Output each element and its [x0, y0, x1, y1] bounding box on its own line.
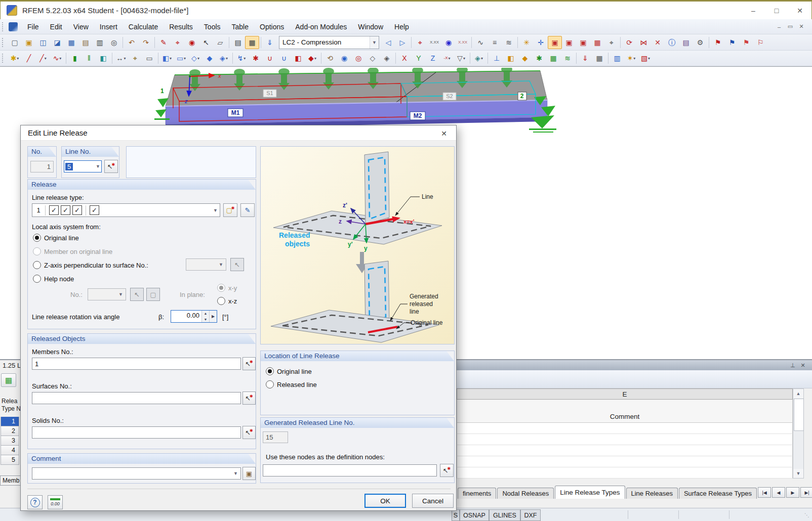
- show-tables-icon[interactable]: ▦: [592, 52, 606, 65]
- status-toggle-glines[interactable]: GLINES: [489, 509, 520, 521]
- mirror-icon[interactable]: ⋈: [636, 36, 651, 49]
- grid-settings-icon[interactable]: ▦: [590, 36, 604, 49]
- result-flag-icon[interactable]: ⚑: [739, 36, 753, 49]
- grid-icon[interactable]: ✛: [534, 36, 548, 49]
- save-icon[interactable]: ▦: [64, 36, 78, 49]
- release-type-row[interactable]: 1: [1, 417, 19, 426]
- menu-insert[interactable]: Insert: [94, 21, 123, 33]
- tab-line-release-types[interactable]: Line Release Types: [555, 486, 625, 499]
- tab-nav-button-3[interactable]: ▶|: [800, 487, 812, 498]
- release-type-row[interactable]: 5: [1, 455, 19, 465]
- panel-toggle-icon[interactable]: ▥: [610, 52, 624, 65]
- result-flag-outline-icon[interactable]: ⚐: [753, 36, 767, 49]
- view-in-z-icon[interactable]: Z: [426, 52, 440, 65]
- members-table-tab[interactable]: Memb: [0, 475, 20, 486]
- menu-calculate[interactable]: Calculate: [123, 21, 164, 33]
- save-model-as-icon[interactable]: ◪: [50, 36, 64, 49]
- spin-up-icon[interactable]: ▲: [202, 311, 209, 317]
- chevron-down-icon[interactable]: ▼: [370, 36, 379, 49]
- definition-nodes-input[interactable]: [263, 464, 437, 476]
- perspective-view-icon[interactable]: ◈: [380, 52, 394, 65]
- insert-surface-icon[interactable]: ◧: [96, 52, 110, 65]
- status-toggle-dxf[interactable]: DXF: [520, 509, 541, 521]
- menu-edit[interactable]: Edit: [45, 21, 68, 33]
- release-type-row[interactable]: 4: [1, 446, 19, 455]
- pan-view-icon[interactable]: ⟲: [323, 52, 337, 65]
- surface-colors-icon[interactable]: ◧: [504, 52, 518, 65]
- previous-load-case-icon[interactable]: ◁: [381, 36, 395, 49]
- show-nodes-icon[interactable]: ✱: [532, 52, 546, 65]
- table-filter-icon[interactable]: ▦: [1, 373, 16, 387]
- table-row[interactable]: [457, 445, 793, 456]
- table-scrollbar[interactable]: ▲ ▼: [793, 388, 804, 479]
- open-project-icon[interactable]: ◫: [36, 36, 50, 49]
- solid-release-icon[interactable]: ◆▾: [305, 52, 319, 65]
- column-title-header[interactable]: Comment: [457, 400, 793, 423]
- workplane-select-icon[interactable]: ⌖: [604, 36, 619, 49]
- column-letter-header[interactable]: E: [457, 388, 793, 400]
- show-loads-icon[interactable]: ⇓: [578, 52, 592, 65]
- chevron-down-icon[interactable]: ▼: [213, 208, 218, 213]
- table-row[interactable]: [457, 467, 793, 479]
- close-icon[interactable]: ✕: [788, 3, 811, 19]
- radio-z-axis-perpendicular[interactable]: Z-axis perpendicular to surface No.:: [33, 261, 148, 269]
- status-toggle-osnap[interactable]: OSNAP: [460, 509, 489, 521]
- cancel-button[interactable]: Cancel: [412, 494, 454, 508]
- regenerate-loads-icon[interactable]: ⇓: [263, 36, 277, 49]
- show-supports-icon[interactable]: ⊥: [490, 52, 504, 65]
- visibility-modes-icon[interactable]: ◈▾: [472, 52, 486, 65]
- radio-help-node[interactable]: Help node: [33, 275, 74, 283]
- surfaces-no-input[interactable]: [32, 392, 241, 404]
- copy-graphic-icon[interactable]: ▱: [213, 36, 227, 49]
- mdi-minimize-icon[interactable]: –: [774, 22, 785, 31]
- mdi-restore-icon[interactable]: ▭: [785, 22, 796, 31]
- next-load-case-icon[interactable]: ▷: [395, 36, 410, 49]
- member-numbering-icon[interactable]: ≡: [488, 36, 502, 49]
- print-preview-icon[interactable]: ◎: [107, 36, 121, 49]
- workplane-yz-icon[interactable]: ▣: [576, 36, 590, 49]
- units-button[interactable]: 0.00: [48, 495, 63, 509]
- line-no-combobox[interactable]: 5 ▼: [64, 160, 102, 172]
- table-layout-icon[interactable]: ▦: [245, 36, 259, 49]
- solids-pick-button[interactable]: ↖✱: [242, 426, 256, 439]
- mesh-points-icon[interactable]: ≋: [560, 52, 575, 65]
- zoom-node-icon[interactable]: ⌖: [413, 36, 427, 49]
- tables-toggle-icon[interactable]: ▤: [231, 36, 245, 49]
- open-model-icon[interactable]: ▣: [22, 36, 36, 49]
- frame-select-icon[interactable]: ▭: [142, 52, 156, 65]
- radio-location-original-line[interactable]: Original line: [266, 367, 312, 375]
- user-defined-view-icon[interactable]: ▽▾: [454, 52, 468, 65]
- menu-help[interactable]: Help: [389, 21, 415, 33]
- solid-from-surfaces-icon[interactable]: ◈▾: [217, 52, 231, 65]
- scroll-down-icon[interactable]: ▼: [793, 469, 803, 478]
- view-in-minus-x-icon[interactable]: -X▾: [440, 52, 454, 65]
- tab-line-releases[interactable]: Line Releases: [626, 488, 678, 499]
- spin-more-icon[interactable]: ▶: [209, 311, 217, 322]
- insert-arc-icon[interactable]: ∿▾: [50, 52, 64, 65]
- pin-icon[interactable]: ⊤: [788, 361, 798, 370]
- status-toggle-s[interactable]: S: [452, 509, 460, 521]
- menu-window[interactable]: Window: [352, 21, 389, 33]
- members-no-input[interactable]: 1: [32, 358, 241, 370]
- new-model-icon[interactable]: ▢: [8, 36, 22, 49]
- solid-render-icon[interactable]: ◆: [518, 52, 532, 65]
- definition-nodes-pick-button[interactable]: ↖✱: [440, 464, 454, 477]
- menu-add-on-modules[interactable]: Add-on Modules: [290, 21, 352, 33]
- extreme-values-icon[interactable]: X.XX: [427, 36, 441, 49]
- insert-member-set-icon[interactable]: ‖: [82, 52, 96, 65]
- release-type-row[interactable]: 2: [1, 426, 19, 436]
- zoom-center-icon[interactable]: ◉: [185, 36, 199, 49]
- undo-icon[interactable]: ↶: [125, 36, 139, 49]
- rotation-angle-spinner[interactable]: 0.00 ▲▼ ▶: [171, 310, 217, 323]
- load-case-combobox[interactable]: LC2 - Compression ▼: [279, 36, 379, 49]
- move-members-icon[interactable]: ⚑: [711, 36, 725, 49]
- zoom-out-icon[interactable]: ◎: [351, 52, 366, 65]
- menu-view[interactable]: View: [68, 21, 94, 33]
- settings-icon[interactable]: ⚙: [693, 36, 707, 49]
- chevron-down-icon[interactable]: ▼: [96, 164, 100, 169]
- ok-button[interactable]: OK: [364, 494, 406, 508]
- tab-nav-button-0[interactable]: |◀: [758, 487, 771, 498]
- surface-opening-icon[interactable]: ▭▾: [174, 52, 188, 65]
- object-info-icon[interactable]: ⓘ: [665, 36, 679, 49]
- dimension-icon[interactable]: ↔▾: [114, 52, 128, 65]
